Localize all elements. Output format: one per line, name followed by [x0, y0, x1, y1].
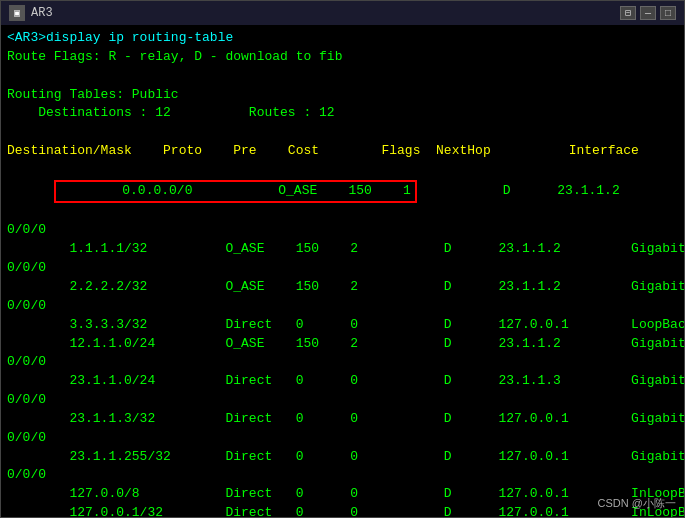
titlebar-controls[interactable]: ⊟ — □ [620, 6, 676, 20]
route-row-7: 23.1.1.255/32 Direct 0 0 D 127.0.0.1 Gig… [7, 448, 678, 467]
main-window: ▣ AR3 ⊟ — □ <AR3>display ip routing-tabl… [0, 0, 685, 518]
route-row-5: 23.1.1.0/24 Direct 0 0 D 23.1.1.3 Gigabi… [7, 372, 678, 391]
maximize-button[interactable]: □ [660, 6, 676, 20]
route-row-0: 0.0.0.0/0 O_ASE 150 1 D 23.1.1.2 Gigabit… [7, 161, 678, 222]
routing-tables-line: Routing Tables: Public [7, 86, 678, 105]
blank-line-2 [7, 123, 678, 142]
watermark: CSDN @小陈一 [598, 496, 676, 511]
route-row-7b: 0/0/0 [7, 466, 678, 485]
table-header: Destination/Mask Proto Pre Cost Flags Ne… [7, 142, 678, 161]
route-row-5b: 0/0/0 [7, 391, 678, 410]
route-row-2b: 0/0/0 [7, 297, 678, 316]
route-row-2: 2.2.2.2/32 O_ASE 150 2 D 23.1.1.2 Gigabi… [7, 278, 678, 297]
titlebar-title: AR3 [31, 6, 53, 20]
route-row-4: 12.1.1.0/24 O_ASE 150 2 D 23.1.1.2 Gigab… [7, 335, 678, 354]
route-row-6b: 0/0/0 [7, 429, 678, 448]
terminal-area[interactable]: <AR3>display ip routing-table Route Flag… [1, 25, 684, 517]
route-row-8: 127.0.0/8 Direct 0 0 D 127.0.0.1 InLoopB… [7, 485, 678, 504]
route-row-4b: 0/0/0 [7, 353, 678, 372]
app-icon: ▣ [9, 5, 25, 21]
blank-line-1 [7, 67, 678, 86]
route-flags-line: Route Flags: R - relay, D - download to … [7, 48, 678, 67]
route-row-3: 3.3.3.3/32 Direct 0 0 D 127.0.0.1 LoopBa… [7, 316, 678, 335]
titlebar-left: ▣ AR3 [9, 5, 53, 21]
titlebar: ▣ AR3 ⊟ — □ [1, 1, 684, 25]
route-row-1b: 0/0/0 [7, 259, 678, 278]
route-row-9: 127.0.0.1/32 Direct 0 0 D 127.0.0.1 InLo… [7, 504, 678, 517]
route-row-6: 23.1.1.3/32 Direct 0 0 D 127.0.0.1 Gigab… [7, 410, 678, 429]
route-row-1: 1.1.1.1/32 O_ASE 150 2 D 23.1.1.2 Gigabi… [7, 240, 678, 259]
prompt-command-line: <AR3>display ip routing-table [7, 29, 678, 48]
destinations-line: Destinations : 12 Routes : 12 [7, 104, 678, 123]
route-row-0b: 0/0/0 [7, 221, 678, 240]
minimize-button[interactable]: ⊟ [620, 6, 636, 20]
restore-button[interactable]: — [640, 6, 656, 20]
